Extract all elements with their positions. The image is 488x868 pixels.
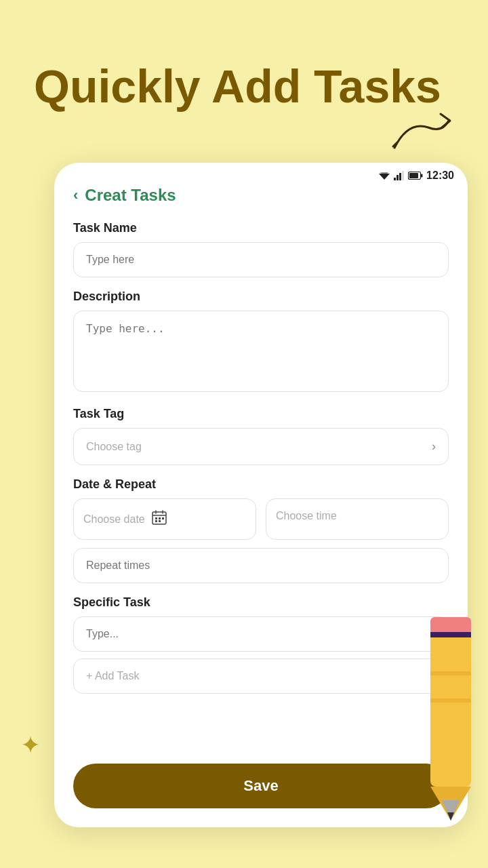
status-time: 12:30 — [426, 170, 454, 182]
specific-task-input[interactable] — [73, 616, 449, 652]
page-header: ‹ Creat Tasks — [73, 186, 449, 205]
svg-rect-14 — [155, 517, 157, 519]
add-task-button[interactable]: + Add Task — [73, 658, 449, 694]
repeat-times-input[interactable] — [73, 548, 449, 583]
svg-rect-21 — [430, 632, 471, 637]
svg-rect-20 — [430, 617, 471, 634]
task-tag-selector[interactable]: Choose tag › — [73, 428, 449, 465]
date-time-row: Choose date — [73, 498, 449, 540]
task-name-label: Task Name — [73, 221, 449, 235]
description-label: Description — [73, 290, 449, 304]
date-repeat-label: Date & Repeat — [73, 477, 449, 492]
svg-rect-15 — [159, 517, 161, 519]
task-name-input[interactable] — [73, 242, 449, 277]
task-tag-label: Task Tag — [73, 407, 449, 421]
date-picker-label: Choose date — [83, 513, 145, 526]
title-area: Quickly Add Tasks — [34, 61, 454, 112]
date-picker[interactable]: Choose date — [73, 498, 256, 540]
svg-rect-18 — [159, 520, 161, 522]
wifi-icon — [378, 171, 390, 180]
save-button[interactable]: Save — [73, 764, 449, 808]
status-bar: 12:30 — [54, 163, 468, 186]
svg-rect-6 — [402, 171, 404, 180]
svg-rect-5 — [399, 173, 401, 180]
chevron-right-icon: › — [432, 439, 436, 454]
svg-rect-17 — [155, 520, 157, 522]
signal-icon — [394, 171, 405, 180]
svg-rect-25 — [430, 671, 471, 675]
task-tag-placeholder: Choose tag — [86, 441, 142, 453]
main-heading: Quickly Add Tasks — [34, 61, 454, 112]
status-icons: 12:30 — [378, 170, 454, 182]
back-button[interactable]: ‹ — [73, 186, 78, 204]
deco-arrow-icon — [388, 107, 469, 170]
svg-rect-16 — [162, 517, 164, 519]
page-title: Creat Tasks — [85, 186, 176, 205]
add-task-label: + Add Task — [86, 670, 139, 682]
svg-rect-9 — [421, 174, 423, 178]
specific-task-label: Specific Task — [73, 595, 449, 610]
pencil-decoration — [393, 604, 488, 834]
battery-icon — [408, 172, 423, 180]
svg-rect-4 — [396, 175, 399, 180]
svg-rect-3 — [394, 178, 396, 180]
svg-rect-19 — [430, 624, 471, 787]
background: Quickly Add Tasks ✦ — [0, 0, 488, 868]
deco-star-icon: ✦ — [20, 731, 41, 760]
calendar-icon — [152, 510, 167, 528]
svg-rect-8 — [409, 173, 418, 178]
svg-rect-26 — [430, 698, 471, 703]
description-input[interactable] — [73, 311, 449, 392]
time-picker[interactable]: Choose time — [266, 498, 449, 540]
